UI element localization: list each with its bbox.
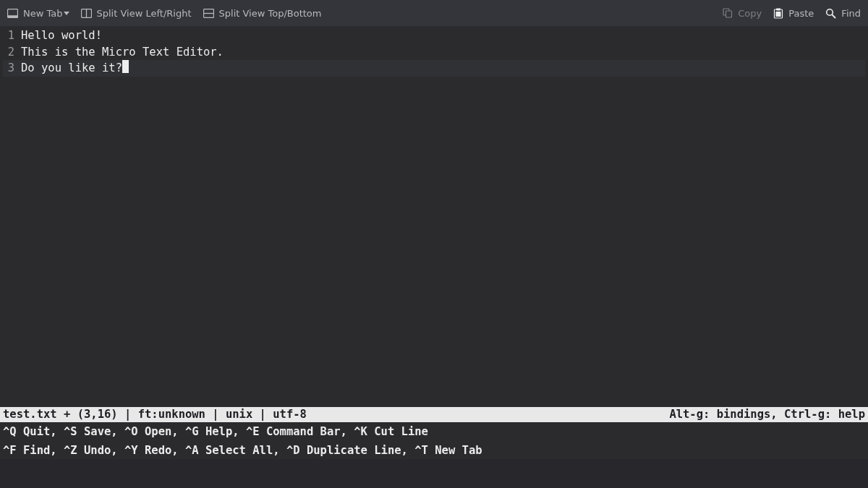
keybinding-row-2: ^F Find, ^Z Undo, ^Y Redo, ^A Select All… [0, 441, 868, 460]
svg-rect-9 [776, 8, 780, 10]
status-right: Alt-g: bindings, Ctrl-g: help [669, 408, 865, 421]
editor-line[interactable]: 1Hello world! [3, 27, 865, 44]
line-number: 2 [3, 44, 14, 61]
terminal-icon [7, 9, 18, 18]
split-top-bottom-button[interactable]: Split View Top/Bottom [203, 8, 322, 19]
search-icon [825, 8, 836, 19]
svg-rect-1 [8, 15, 18, 17]
toolbar: New Tab Split View Left/Right Split View… [0, 0, 868, 26]
line-text: Do you like it? [21, 60, 122, 77]
svg-rect-10 [776, 12, 781, 17]
split-vertical-icon [81, 9, 92, 18]
paste-button[interactable]: Paste [773, 8, 814, 19]
find-label: Find [841, 8, 861, 19]
paste-label: Paste [788, 8, 814, 19]
svg-line-12 [833, 14, 835, 17]
copy-icon [723, 8, 733, 18]
editor-area[interactable]: 1Hello world!2This is the Micro Text Edi… [0, 26, 868, 77]
svg-rect-7 [726, 11, 732, 17]
line-text: This is the Micro Text Editor. [21, 44, 224, 61]
split-lr-label: Split View Left/Right [97, 8, 192, 19]
split-left-right-button[interactable]: Split View Left/Right [81, 8, 192, 19]
line-number: 3 [3, 60, 14, 77]
paste-icon [773, 8, 783, 19]
split-tb-label: Split View Top/Bottom [219, 8, 322, 19]
editor-line[interactable]: 2This is the Micro Text Editor. [3, 44, 865, 61]
line-text: Hello world! [21, 27, 102, 44]
bottom-strip [0, 459, 868, 488]
copy-label: Copy [738, 8, 762, 19]
line-number: 1 [3, 27, 14, 44]
find-button[interactable]: Find [825, 8, 861, 19]
status-bar: test.txt + (3,16) | ft:unknown | unix | … [0, 407, 868, 422]
bottom-bars: test.txt + (3,16) | ft:unknown | unix | … [0, 407, 868, 459]
chevron-down-icon [64, 12, 69, 15]
new-tab-button[interactable]: New Tab [7, 8, 69, 19]
split-horizontal-icon [203, 9, 214, 18]
copy-button[interactable]: Copy [723, 8, 762, 19]
status-left: test.txt + (3,16) | ft:unknown | unix | … [3, 408, 307, 421]
keybinding-row-1: ^Q Quit, ^S Save, ^O Open, ^G Help, ^E C… [0, 422, 868, 441]
new-tab-label: New Tab [23, 8, 63, 19]
editor-line[interactable]: 3Do you like it? [3, 60, 865, 77]
cursor [122, 60, 129, 73]
